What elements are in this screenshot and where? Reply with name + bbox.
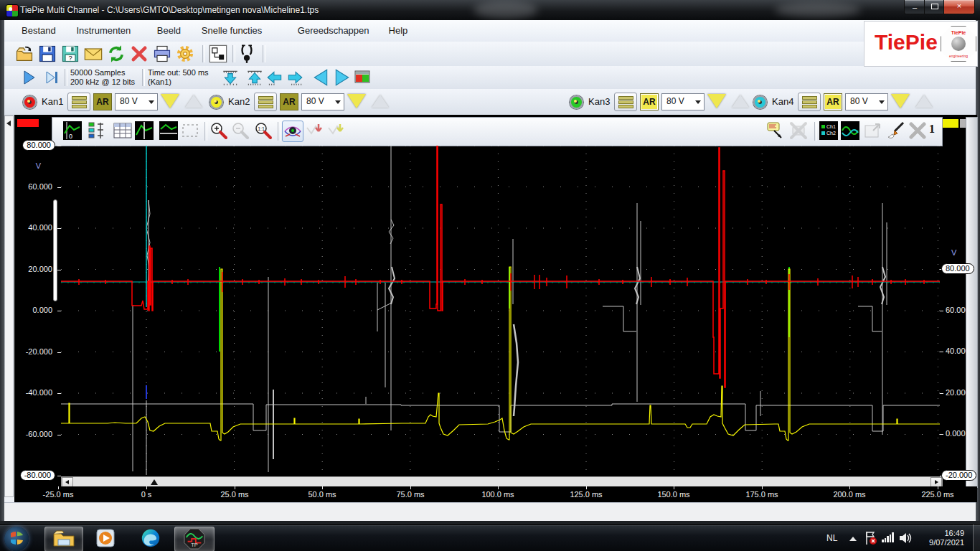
svg-text:Ch2: Ch2 bbox=[826, 131, 836, 136]
scroll-left-button[interactable] bbox=[62, 477, 73, 487]
page-left-button[interactable] bbox=[311, 68, 330, 87]
taskbar-media-player-button[interactable] bbox=[88, 527, 125, 550]
kan2-range-select[interactable]: 80 V bbox=[301, 93, 344, 110]
legend-button[interactable]: Ch1Ch2 bbox=[819, 121, 839, 141]
kan3-range-down-button[interactable] bbox=[707, 94, 726, 108]
axis-zero-button[interactable]: 0 bbox=[62, 121, 83, 141]
page-right-button[interactable] bbox=[333, 68, 352, 87]
status-strip bbox=[4, 502, 976, 522]
zoom-rectangle-button[interactable] bbox=[180, 121, 200, 141]
kan4-range-up-button[interactable] bbox=[915, 95, 933, 108]
data-table-button[interactable] bbox=[113, 121, 133, 141]
oscilloscope-plot[interactable] bbox=[61, 146, 940, 475]
kan3-range-up-button[interactable] bbox=[732, 95, 749, 108]
kan1-led-icon[interactable] bbox=[23, 95, 37, 109]
kan2-led-icon[interactable] bbox=[209, 95, 223, 109]
channel-label: Kan1 bbox=[42, 96, 63, 107]
horizontal-cursor-button[interactable] bbox=[159, 121, 179, 141]
vertical-scrollbar[interactable] bbox=[966, 117, 978, 488]
menu-item-instrumenten[interactable]: Instrumenten bbox=[76, 25, 131, 36]
channel-levels-button[interactable] bbox=[87, 121, 107, 141]
pan-left-button[interactable] bbox=[265, 68, 284, 87]
x-axis-tick bbox=[586, 486, 587, 489]
action-center-flag-icon[interactable] bbox=[864, 531, 877, 545]
vertical-cursor-button[interactable] bbox=[134, 121, 154, 141]
kan4-led-icon[interactable] bbox=[753, 95, 767, 109]
led-center-dot bbox=[214, 100, 217, 103]
email-button[interactable] bbox=[83, 44, 103, 64]
zoom-time-out-button[interactable] bbox=[221, 68, 240, 87]
kan3-range-select[interactable]: 80 V bbox=[661, 93, 705, 110]
pan-right-button[interactable] bbox=[286, 68, 304, 87]
taskbar-explorer-button[interactable] bbox=[44, 527, 83, 551]
taskbar-edge-button[interactable] bbox=[132, 527, 169, 550]
kan1-range-down-button[interactable] bbox=[161, 94, 179, 108]
open-button[interactable] bbox=[14, 44, 34, 64]
kan2-settings-button[interactable] bbox=[254, 93, 277, 111]
network-signal-icon[interactable] bbox=[882, 532, 893, 542]
panel-splitter[interactable] bbox=[4, 116, 14, 497]
export-graph-button[interactable] bbox=[863, 121, 883, 141]
layout-button[interactable] bbox=[208, 44, 228, 64]
left-axis-unit: V bbox=[36, 161, 41, 170]
scroll-right-button[interactable] bbox=[930, 477, 942, 487]
hidden-icons-arrow[interactable] bbox=[849, 537, 857, 541]
kan3-led-icon[interactable] bbox=[570, 95, 583, 109]
taskbar-tiepie-button[interactable]: TP bbox=[174, 527, 215, 551]
add-comment-button[interactable] bbox=[765, 121, 786, 141]
delete-comment-button[interactable] bbox=[788, 121, 809, 141]
menu-item-gereedschappen[interactable]: Gereedschappen bbox=[298, 25, 369, 36]
restore-red-button[interactable] bbox=[305, 121, 325, 141]
maximize-button[interactable] bbox=[924, 0, 945, 14]
close-graph-button[interactable] bbox=[908, 121, 928, 141]
chevron-down-icon bbox=[149, 100, 154, 104]
menu-item-beeld[interactable]: Beeld bbox=[157, 25, 181, 36]
save-button[interactable] bbox=[37, 44, 57, 64]
settings-button[interactable] bbox=[175, 44, 195, 64]
kan4-range-select[interactable]: 80 V bbox=[845, 93, 888, 110]
right-axis-label: 0.000 bbox=[946, 429, 966, 438]
probe-tool-button[interactable] bbox=[237, 44, 257, 64]
kan3-settings-button[interactable] bbox=[614, 93, 637, 111]
zoom-in-button[interactable] bbox=[209, 121, 229, 141]
zoom-one-to-one-button[interactable]: 1:1 bbox=[253, 121, 273, 141]
kan1-settings-button[interactable] bbox=[67, 93, 90, 111]
visibility-eye-button[interactable] bbox=[282, 121, 303, 142]
kan4-settings-button[interactable] bbox=[798, 93, 821, 111]
kan2-range-up-button[interactable] bbox=[372, 95, 389, 108]
menu-item-bestand[interactable]: Bestand bbox=[22, 25, 56, 36]
kan1-range-up-button[interactable] bbox=[185, 95, 202, 108]
kan4-range-down-button[interactable] bbox=[891, 94, 910, 108]
menu-item-help[interactable]: Help bbox=[389, 25, 408, 36]
channel-settings-bar-icon bbox=[72, 105, 87, 108]
tray-clock[interactable]: 16:49 9/07/2021 bbox=[918, 529, 964, 547]
one-shot-button[interactable] bbox=[43, 69, 60, 86]
delete-button[interactable] bbox=[129, 44, 149, 64]
start-button[interactable] bbox=[4, 527, 29, 551]
restore-yellow-button[interactable] bbox=[326, 121, 347, 141]
kan4-autorange-button[interactable]: AR bbox=[824, 93, 842, 110]
kan2-range-down-button[interactable] bbox=[347, 94, 366, 108]
volume-icon[interactable] bbox=[898, 531, 913, 545]
kan3-autorange-button[interactable]: AR bbox=[640, 93, 659, 110]
paintbrush-button[interactable] bbox=[886, 121, 906, 141]
menu-item-snelle-functies[interactable]: Snelle functies bbox=[202, 25, 263, 36]
left-axis[interactable]: 80.00060.00040.00020.0000.000-20.000-40.… bbox=[14, 115, 61, 486]
kan1-autorange-button[interactable]: AR bbox=[93, 93, 112, 110]
print-button[interactable] bbox=[152, 44, 172, 64]
trigger-position-marker[interactable] bbox=[151, 479, 158, 485]
minimize-button[interactable]: – bbox=[904, 0, 925, 14]
kan2-autorange-button[interactable]: AR bbox=[280, 93, 298, 110]
save-as-button[interactable]: ? bbox=[60, 44, 80, 64]
language-indicator[interactable]: NL bbox=[826, 533, 837, 543]
display-split-button[interactable] bbox=[354, 70, 370, 85]
show-desktop-button[interactable] bbox=[973, 524, 980, 551]
start-button[interactable] bbox=[20, 69, 37, 86]
refresh-button[interactable] bbox=[106, 44, 126, 64]
reference-waves-button[interactable] bbox=[840, 121, 860, 141]
kan1-range-select[interactable]: 80 V bbox=[115, 93, 158, 110]
zoom-time-in-button[interactable] bbox=[245, 68, 264, 87]
close-button[interactable]: × bbox=[943, 0, 975, 14]
zoom-out-button[interactable] bbox=[230, 121, 250, 141]
x-axis-tick bbox=[498, 486, 499, 489]
